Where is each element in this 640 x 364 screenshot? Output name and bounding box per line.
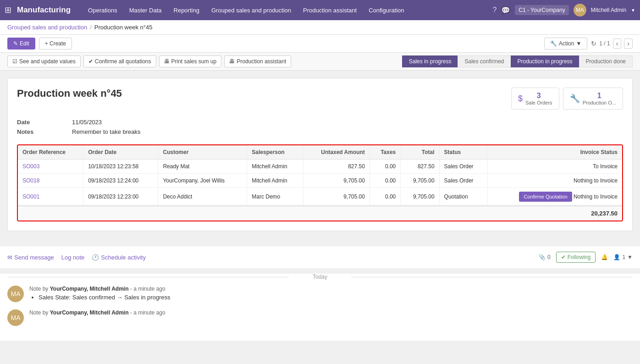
production-assistant-button[interactable]: 🖶 Production assistant — [224, 55, 291, 67]
nav-master-data[interactable]: Master Data — [124, 4, 167, 17]
grid-icon[interactable]: ⊞ — [5, 5, 11, 15]
edit-button[interactable]: ✎ Edit — [7, 38, 35, 50]
action-bar: ☑ See and update values ✔ Confirme all q… — [0, 53, 640, 71]
sale-orders-smart-btn[interactable]: $ 3 Sale Orders — [511, 88, 559, 110]
message-header-1: Note by YourCompany, Mitchell Admin - a … — [29, 286, 633, 292]
chat-icon[interactable]: 💬 — [501, 6, 510, 15]
cell-untaxed: 9,705.00 — [303, 174, 370, 188]
action-dropdown-icon: ▼ — [576, 40, 581, 47]
message-content-2: Note by YourCompany, Mitchell Admin - a … — [29, 309, 633, 326]
print-sales-button[interactable]: 🖶 Print sales sum up — [159, 55, 222, 67]
pagination-info: 1 / 1 — [599, 40, 610, 47]
record-header: Production week n°45 $ 3 Sale Orders 🔧 1… — [17, 88, 623, 110]
message-author-1: YourCompany, Mitchell Admin — [50, 286, 129, 292]
log-note-action[interactable]: Log note — [61, 254, 85, 261]
send-message-action[interactable]: ✉ Send message — [7, 254, 54, 261]
table-row[interactable]: SO003 10/18/2023 12:23:58 Ready Mat Mitc… — [18, 160, 622, 174]
tab-sales-confirmed[interactable]: Sales confirmed — [458, 55, 510, 67]
user-menu-arrow[interactable]: ▼ — [631, 8, 635, 13]
avatar[interactable]: MA — [574, 4, 586, 17]
cell-taxes: 0.00 — [370, 174, 400, 188]
nav-production-assistant[interactable]: Production assistant — [298, 4, 362, 17]
notes-field-row: Notes Remember to take breaks — [17, 128, 623, 135]
today-divider: Today — [7, 274, 633, 280]
company-selector[interactable]: C1 - YourCompany — [515, 5, 568, 15]
refresh-icon[interactable]: ↻ — [591, 40, 596, 47]
app-title: Manufacturing — [17, 6, 71, 15]
cell-customer: Ready Mat — [158, 160, 247, 174]
followers-dropdown: ▼ — [627, 254, 633, 260]
action-button[interactable]: 🔧 Action ▼ — [544, 38, 587, 50]
cell-total: 827.50 — [401, 160, 439, 174]
message-item-1: MA Note by YourCompany, Mitchell Admin -… — [7, 286, 633, 302]
total-value: 20,237.50 — [591, 210, 618, 217]
see-update-button[interactable]: ☑ See and update values — [7, 55, 81, 67]
record-card: Production week n°45 $ 3 Sale Orders 🔧 1… — [7, 78, 633, 231]
cell-invoice-status: To Invoice — [488, 160, 622, 174]
edit-icon: ✎ — [13, 40, 18, 47]
nav-menu: Operations Master Data Reporting Grouped… — [83, 4, 490, 17]
nav-operations[interactable]: Operations — [83, 4, 123, 17]
table-header: Order Reference Order Date Customer Sale… — [18, 145, 622, 160]
cell-status: Sales Order — [439, 174, 488, 188]
attachments-meta[interactable]: 📎 0 — [539, 254, 551, 260]
tab-sales-in-progress[interactable]: Sales in progress — [402, 55, 458, 67]
message-icon: ✉ — [7, 254, 12, 261]
next-record-button[interactable]: › — [624, 39, 633, 49]
action-icon: 🔧 — [550, 40, 557, 47]
confirm-quotations-button[interactable]: ✔ Confirme all quotations — [83, 55, 156, 67]
schedule-activity-action[interactable]: 🕐 Schedule activity — [92, 254, 146, 261]
clock-icon: 🕐 — [92, 254, 99, 261]
nav-reporting[interactable]: Reporting — [168, 4, 205, 17]
confirm-quotation-button[interactable]: Confirme Quotation — [519, 192, 572, 202]
help-icon[interactable]: ? — [492, 6, 497, 14]
main-content: Production week n°45 $ 3 Sale Orders 🔧 1… — [0, 71, 640, 246]
record-title: Production week n°45 — [17, 88, 122, 99]
production-orders-smart-btn[interactable]: 🔧 1 Production O... — [563, 88, 623, 110]
cell-customer: Deco Addict — [158, 188, 247, 206]
breadcrumb-current: Production week n°45 — [94, 24, 153, 31]
message-author-2: YourCompany, Mitchell Admin — [50, 309, 129, 316]
message-content-1: Note by YourCompany, Mitchell Admin - a … — [29, 286, 633, 302]
record-fields: Date 11/05/2023 Notes Remember to take b… — [17, 119, 623, 135]
cell-untaxed: 9,705.00 — [303, 188, 370, 206]
breadcrumb-parent[interactable]: Grouped sales and production — [7, 24, 87, 31]
message-time-2: a minute ago — [133, 309, 165, 316]
cell-invoice-status: Confirme Quotation Nothing to Invoice — [488, 188, 622, 206]
bell-icon[interactable]: 🔔 — [601, 254, 608, 260]
tab-production-done[interactable]: Production done — [579, 55, 633, 67]
message-time-1: a minute ago — [133, 286, 165, 292]
cell-customer: YourCompany, Joel Willis — [158, 174, 247, 188]
user-name[interactable]: Mitchell Admin — [591, 7, 626, 13]
check-icon: ✔ — [561, 254, 566, 260]
cell-order-ref: SO018 — [18, 174, 83, 188]
breadcrumb: Grouped sales and production / Productio… — [0, 20, 640, 35]
orders-table-inner: Order Reference Order Date Customer Sale… — [18, 145, 622, 205]
followers-meta[interactable]: 👤 1 ▼ — [613, 254, 633, 260]
table-row[interactable]: SO018 09/18/2023 12:24:00 YourCompany, J… — [18, 174, 622, 188]
status-tabs: Sales in progress Sales confirmed Produc… — [402, 55, 633, 67]
production-icon: 🖶 — [229, 58, 235, 65]
col-order-ref: Order Reference — [18, 145, 83, 160]
table-row[interactable]: SO001 09/18/2023 12:23:00 Deco Addict Ma… — [18, 188, 622, 206]
col-untaxed: Untaxed Amount — [303, 145, 370, 160]
following-button[interactable]: ✔ Following — [556, 252, 596, 263]
message-avatar-2: MA — [7, 309, 24, 326]
notes-value: Remember to take breaks — [72, 128, 141, 135]
message-body-1: Sales State: Sales confirmed → Sales in … — [29, 294, 633, 301]
nav-grouped-sales[interactable]: Grouped sales and production — [206, 4, 297, 17]
col-status: Status — [439, 145, 488, 160]
create-button[interactable]: + Create — [39, 38, 72, 50]
nav-configuration[interactable]: Configuration — [363, 4, 409, 17]
tab-production-in-progress[interactable]: Production in progress — [511, 55, 579, 67]
dollar-icon: $ — [518, 94, 523, 104]
prev-record-button[interactable]: ‹ — [613, 39, 622, 49]
confirm-icon: ✔ — [88, 58, 93, 65]
notes-label: Notes — [17, 128, 72, 135]
col-taxes: Taxes — [370, 145, 400, 160]
cell-order-ref: SO003 — [18, 160, 83, 174]
breadcrumb-separator: / — [90, 24, 92, 31]
see-update-icon: ☑ — [12, 58, 17, 65]
record-toolbar: ✎ Edit + Create 🔧 Action ▼ ↻ 1 / 1 ‹ › — [0, 35, 640, 53]
smart-buttons: $ 3 Sale Orders 🔧 1 Production O... — [511, 88, 623, 110]
